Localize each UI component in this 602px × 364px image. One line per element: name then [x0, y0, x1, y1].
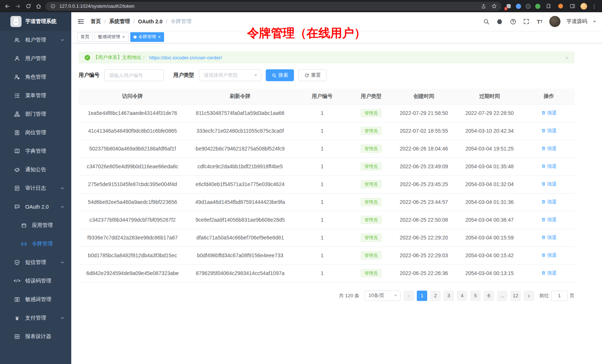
share-icon[interactable] [480, 3, 487, 10]
font-size-icon[interactable]: TT [536, 18, 543, 25]
sidebar-item-user[interactable]: 用户管理 [0, 49, 71, 68]
column-header: 创建时间 [392, 89, 456, 104]
alert-close-icon[interactable]: × [565, 54, 569, 61]
browser-profile-avatar[interactable] [580, 3, 587, 10]
page-size-select[interactable]: 10条/页 [364, 291, 400, 301]
cell-user-type: 管理员 [350, 140, 392, 158]
sidebar-item-sensitive-words[interactable]: 敏感词管理 [0, 290, 71, 309]
hamburger-icon[interactable] [77, 18, 85, 25]
goto-page-input[interactable] [551, 291, 567, 301]
site-info-icon[interactable] [49, 3, 56, 10]
sidebar-item-payment[interactable]: ¥ 支付管理 [0, 309, 71, 327]
close-icon[interactable]: × [122, 34, 125, 39]
sidebar-item-error-code[interactable]: </> 错误码管理 [0, 272, 71, 290]
help-icon[interactable] [509, 18, 517, 25]
force-logout-button[interactable]: 强退 [541, 270, 557, 277]
breadcrumb-home[interactable]: 首页 [91, 18, 101, 25]
cell-created-time: 2022-07-29 21:58:50 [392, 104, 456, 122]
trash-icon [541, 271, 546, 275]
cell-actions: 强退 [523, 211, 575, 229]
sidebar-item-dict[interactable]: 字典管理 [0, 142, 71, 161]
sidebar-item-label: 岗位管理 [25, 129, 65, 136]
search-icon[interactable] [482, 18, 490, 25]
trash-icon [541, 199, 546, 204]
doc-link[interactable]: https://doc.iocoder.cn/user-center/ [149, 55, 222, 60]
page-button-1[interactable]: 1 [417, 291, 427, 301]
pinned-extension-icon[interactable]: 0 [506, 3, 511, 9]
back-icon[interactable] [4, 3, 11, 10]
tab-sensitive-words[interactable]: 敏感词管理 × [95, 32, 128, 42]
force-logout-button[interactable]: 强退 [541, 234, 557, 241]
sidebar-item-tenant[interactable]: 租户管理 [0, 31, 71, 49]
page-button-4[interactable]: 4 [457, 291, 467, 301]
reset-button[interactable]: 重置 [298, 69, 327, 81]
page-button-6[interactable]: 6 [484, 291, 494, 301]
sidebar-item-dept[interactable]: 部门管理 [0, 105, 71, 123]
side-panel-icon[interactable] [569, 3, 576, 10]
github-icon[interactable] [496, 18, 503, 25]
blue-extension-icon[interactable] [516, 4, 521, 9]
force-logout-button[interactable]: 强退 [541, 163, 557, 170]
breadcrumb-oauth[interactable]: OAuth 2.0 [138, 19, 163, 24]
megaphone-icon [14, 167, 20, 173]
cell-user-id: 1 [294, 175, 350, 193]
address-bar[interactable]: 127.0.0.1:1024/system/oauth2/token [45, 2, 501, 11]
forward-icon[interactable] [14, 3, 22, 10]
prev-page-button[interactable]: ‹ [403, 291, 414, 301]
sidebar-item-post[interactable]: 岗位管理 [0, 123, 71, 142]
user-name[interactable]: 芋道源码 [566, 18, 587, 25]
force-logout-button[interactable]: 强退 [541, 145, 557, 152]
sidebar-item-notice[interactable]: 通知公告 [0, 161, 71, 179]
force-logout-button[interactable]: 强退 [541, 110, 557, 116]
chat-bubble-icon [14, 204, 20, 210]
goto-label: 前往 [539, 292, 549, 299]
fullscreen-icon[interactable] [523, 18, 530, 25]
sidebar-item-label: 令牌管理 [32, 241, 65, 247]
goto-suffix: 页 [570, 292, 575, 299]
user-id-input[interactable] [104, 69, 164, 81]
dark-extension-icon[interactable] [526, 4, 531, 9]
caret-down-icon[interactable] [593, 21, 596, 23]
user-avatar[interactable] [549, 16, 560, 27]
reload-icon[interactable] [24, 3, 32, 10]
browser-menu-icon[interactable]: ⋮ [592, 3, 597, 9]
sidebar-menu: 租户管理 用户管理 角色管理 菜单管理 部门管理 [0, 31, 71, 364]
force-logout-button[interactable]: 强退 [541, 128, 557, 134]
sidebar-item-app-management[interactable]: 应用管理 [0, 216, 71, 235]
sidebar-item-report-designer[interactable]: 报表设计器 [0, 327, 71, 346]
paw-extension-icon[interactable] [557, 3, 564, 10]
force-logout-button[interactable]: 强退 [541, 181, 557, 188]
page-button-12[interactable]: 12 [510, 291, 521, 301]
next-page-button[interactable]: › [524, 291, 534, 301]
app-logo[interactable]: 芋道管理系统 [0, 12, 71, 31]
more-pages-button[interactable]: ... [497, 291, 507, 301]
sidebar-item-sms[interactable]: 短信管理 [0, 253, 71, 272]
sidebar-item-audit-log[interactable]: 审计日志 [0, 179, 71, 198]
cell-actions: 强退 [523, 229, 575, 246]
page-button-5[interactable]: 5 [470, 291, 481, 301]
tab-home[interactable]: 首页 [77, 32, 93, 42]
cell-refresh-token: 9ce8ef2aa9f14056b831ae9b608e28d5 [186, 211, 294, 229]
sidebar-item-menu[interactable]: 菜单管理 [0, 86, 71, 105]
user-type-select[interactable]: 请选择用户类型 [199, 69, 261, 81]
cell-access-token: 54d6be82ee5a460a9aedc1f9bf223656 [79, 193, 186, 211]
page-button-3[interactable]: 3 [444, 291, 454, 301]
cell-created-time: 2022-06-25 22:26:36 [392, 264, 456, 282]
puzzle-extensions-icon[interactable] [545, 3, 552, 10]
page-button-2[interactable]: 2 [430, 291, 441, 301]
cell-expire-time: 2054-03-10 20:42:34 [456, 122, 523, 140]
search-button[interactable]: 搜索 [266, 69, 294, 81]
green-extension-icon[interactable] [535, 4, 540, 9]
bookmark-star-icon[interactable] [490, 3, 498, 10]
force-logout-button[interactable]: 强退 [541, 199, 557, 205]
home-icon[interactable] [35, 3, 42, 10]
sidebar-item-oauth[interactable]: OAuth 2.0 [0, 198, 71, 216]
breadcrumb-system[interactable]: 系统管理 [109, 18, 130, 25]
close-icon[interactable]: × [158, 34, 161, 39]
force-logout-button[interactable]: 强退 [541, 252, 557, 259]
tab-token-management[interactable]: 令牌管理 × [130, 32, 164, 42]
sidebar-item-role[interactable]: 角色管理 [0, 68, 71, 86]
column-header: 访问令牌 [79, 89, 186, 104]
sidebar-item-token-management[interactable]: 令牌管理 [0, 235, 71, 253]
force-logout-button[interactable]: 强退 [541, 216, 557, 223]
